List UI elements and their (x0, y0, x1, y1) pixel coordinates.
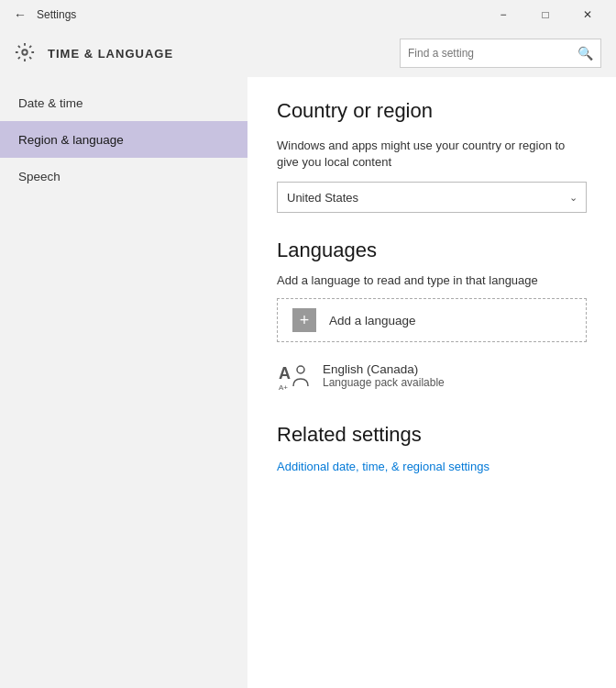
add-language-label: Add a language (329, 314, 416, 327)
svg-point-0 (22, 50, 28, 55)
language-pack-status: Language pack available (323, 376, 445, 389)
related-settings-title: Related settings (277, 423, 587, 447)
languages-section-title: Languages (277, 239, 587, 262)
titlebar: ← Settings − □ ✕ (0, 0, 616, 29)
maximize-button[interactable]: □ (524, 0, 566, 29)
country-dropdown[interactable]: United States United Kingdom Canada Aust… (277, 182, 587, 213)
content-area: Country or region Windows and apps might… (248, 77, 616, 688)
svg-point-2 (297, 366, 304, 373)
regional-settings-link[interactable]: Additional date, time, & regional settin… (277, 460, 490, 473)
search-input[interactable] (408, 47, 574, 60)
add-language-button[interactable]: + Add a language (277, 298, 587, 342)
app-title: TIME & LANGUAGE (48, 47, 400, 61)
plus-icon: + (292, 308, 316, 332)
language-item-english-canada[interactable]: A A+ English (Canada) Language pack avai… (277, 350, 587, 401)
app-header: TIME & LANGUAGE 🔍 (0, 29, 616, 77)
minimize-button[interactable]: − (482, 0, 524, 29)
language-icon: A A+ (277, 359, 310, 392)
sidebar-item-speech[interactable]: Speech (0, 158, 248, 194)
window-controls: − □ ✕ (482, 0, 609, 29)
back-button[interactable]: ← (7, 2, 33, 28)
country-section-title: Country or region (277, 99, 587, 123)
sidebar: Date & time Region & language Speech (0, 77, 248, 688)
country-dropdown-wrapper: United States United Kingdom Canada Aust… (277, 182, 587, 213)
search-icon: 🔍 (578, 46, 593, 61)
svg-text:A: A (279, 364, 291, 383)
country-section-desc: Windows and apps might use your country … (277, 138, 587, 171)
language-name: English (Canada) (323, 362, 445, 376)
sidebar-item-date-time[interactable]: Date & time (0, 84, 248, 121)
language-info: English (Canada) Language pack available (323, 362, 445, 389)
sidebar-item-region-language[interactable]: Region & language (0, 121, 248, 158)
close-button[interactable]: ✕ (566, 0, 609, 29)
languages-section-desc: Add a language to read and type in that … (277, 273, 587, 287)
svg-text:A+: A+ (279, 383, 288, 392)
gear-icon (15, 42, 37, 64)
main-layout: Date & time Region & language Speech Cou… (0, 77, 616, 688)
titlebar-title: Settings (37, 8, 482, 21)
search-box[interactable]: 🔍 (400, 39, 601, 68)
